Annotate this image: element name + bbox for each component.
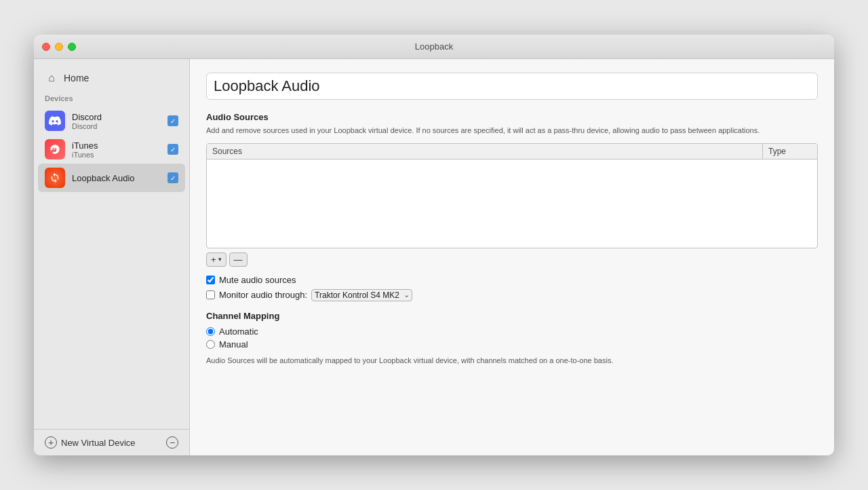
channel-mapping-desc: Audio Sources will be automatically mapp… — [206, 355, 818, 366]
main-window: Loopback ⌂ Home Devices Discord Discord — [34, 35, 834, 455]
automatic-radio[interactable] — [206, 327, 215, 336]
home-button[interactable]: ⌂ Home — [34, 67, 189, 89]
maximize-button[interactable] — [68, 43, 76, 51]
sources-toolbar: + ▾ — — [206, 252, 818, 267]
titlebar: Loopback — [34, 35, 834, 59]
remove-device-button[interactable]: − — [166, 436, 178, 449]
automatic-radio-row: Automatic — [206, 326, 818, 337]
mute-checkbox-label: Mute audio sources — [219, 275, 296, 285]
device-title-input[interactable] — [206, 73, 818, 100]
add-source-button[interactable]: + ▾ — [206, 252, 226, 267]
itunes-info: iTunes iTunes — [72, 140, 167, 159]
channel-mapping-title: Channel Mapping — [206, 311, 818, 321]
sources-table-body — [207, 159, 817, 248]
loopback-icon — [45, 168, 65, 188]
mute-checkbox-row: Mute audio sources — [206, 275, 818, 285]
itunes-check: ✓ — [167, 144, 178, 155]
monitor-device-select[interactable]: Traktor Kontrol S4 MK2 — [311, 289, 412, 301]
window-title: Loopback — [415, 41, 453, 52]
discord-check: ✓ — [167, 115, 178, 126]
discord-icon — [45, 111, 65, 131]
manual-label: Manual — [219, 339, 248, 350]
audio-sources-title: Audio Sources — [206, 112, 818, 122]
loopback-audio-name: Loopback Audio — [72, 173, 167, 183]
new-device-label: New Virtual Device — [61, 438, 136, 448]
window-body: ⌂ Home Devices Discord Discord ✓ — [34, 59, 834, 455]
manual-radio[interactable] — [206, 340, 215, 349]
sources-col-header: Sources — [207, 144, 763, 159]
monitor-checkbox-label: Monitor audio through: — [219, 290, 307, 300]
sidebar-item-discord[interactable]: Discord Discord ✓ — [34, 107, 189, 135]
plus-icon: + — [45, 436, 57, 449]
home-icon: ⌂ — [45, 71, 58, 85]
devices-header: Devices — [34, 92, 189, 107]
sources-table: Sources Type — [206, 143, 818, 248]
discord-subtitle: Discord — [72, 122, 167, 130]
discord-info: Discord Discord — [72, 112, 167, 130]
discord-name: Discord — [72, 112, 167, 122]
close-button[interactable] — [42, 43, 50, 51]
new-virtual-device-button[interactable]: + New Virtual Device — [45, 436, 136, 449]
monitor-checkbox-row: Monitor audio through: Traktor Kontrol S… — [206, 289, 818, 301]
sidebar-footer: + New Virtual Device − — [34, 429, 189, 455]
remove-source-button[interactable]: — — [229, 252, 248, 267]
main-content: Audio Sources Add and remove sources use… — [190, 59, 834, 455]
monitor-checkbox[interactable] — [206, 290, 215, 299]
sidebar: ⌂ Home Devices Discord Discord ✓ — [34, 59, 190, 455]
remove-icon: — — [234, 255, 243, 265]
home-label: Home — [64, 73, 89, 83]
itunes-icon — [45, 139, 65, 159]
mute-checkbox[interactable] — [206, 276, 215, 284]
audio-sources-desc: Add and remove sources used in your Loop… — [206, 125, 818, 136]
monitor-device-wrapper: Traktor Kontrol S4 MK2 — [311, 289, 412, 301]
automatic-label: Automatic — [219, 326, 258, 337]
loopback-audio-info: Loopback Audio — [72, 173, 167, 183]
type-col-header: Type — [763, 144, 817, 159]
itunes-subtitle: iTunes — [72, 151, 167, 159]
itunes-name: iTunes — [72, 140, 167, 151]
sidebar-item-itunes[interactable]: iTunes iTunes ✓ — [34, 135, 189, 164]
add-chevron-icon: ▾ — [218, 256, 222, 263]
add-icon: + — [211, 255, 216, 265]
sources-table-header: Sources Type — [207, 144, 817, 159]
sidebar-item-loopback-audio[interactable]: Loopback Audio ✓ — [38, 164, 185, 192]
minimize-button[interactable] — [55, 43, 63, 51]
loopback-audio-check: ✓ — [167, 172, 178, 183]
manual-radio-row: Manual — [206, 339, 818, 350]
traffic-lights — [42, 43, 76, 51]
